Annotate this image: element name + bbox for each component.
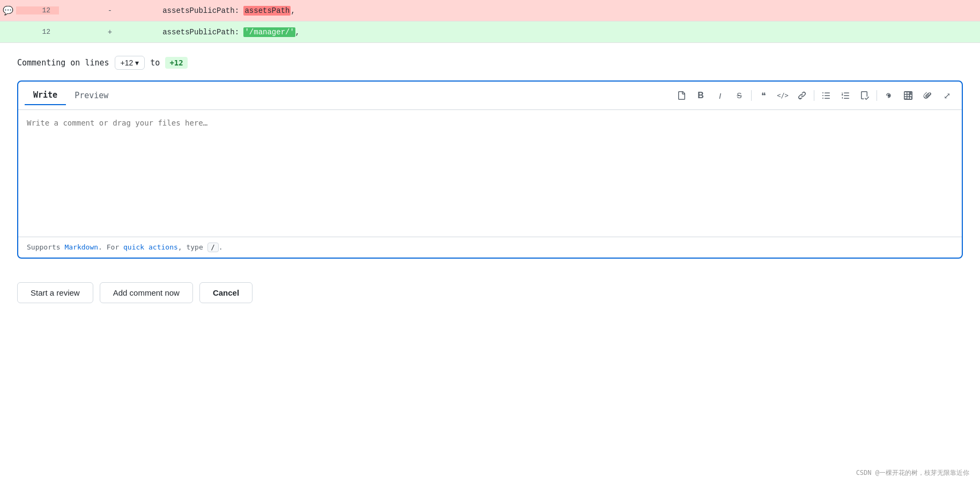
link-btn[interactable] xyxy=(793,87,811,104)
editor-body[interactable] xyxy=(18,110,962,237)
tab-preview[interactable]: Preview xyxy=(66,86,117,105)
fullscreen-btn[interactable]: ⤢ xyxy=(938,87,955,104)
removed-highlight: assetsPath xyxy=(243,6,291,16)
commenting-label: Commenting on lines xyxy=(17,58,109,68)
end-line-badge: +12 xyxy=(165,57,187,69)
action-buttons: Start a review Add comment now Cancel xyxy=(0,272,980,314)
add-comment-button[interactable]: Add comment now xyxy=(100,282,193,303)
line-num-old-empty: 12 xyxy=(16,28,59,36)
comment-section: Commenting on lines +12 ▾ to +12 Write P… xyxy=(0,43,980,272)
diff-sign-removed: - xyxy=(102,6,118,15)
editor-toolbar: B I S ❝ </> xyxy=(673,87,955,104)
comment-editor: Write Preview B I S ❝ </> xyxy=(17,80,963,259)
toolbar-divider-1 xyxy=(751,90,752,101)
quick-actions-link[interactable]: quick actions xyxy=(123,243,178,251)
comment-textarea[interactable] xyxy=(27,119,953,226)
file-icon-btn[interactable] xyxy=(673,87,690,104)
to-label: to xyxy=(150,58,160,68)
diff-line-added: 12 + assetsPublicPath: '/manager/', xyxy=(0,21,980,43)
diff-code-removed: assetsPublicPath: assetsPath, xyxy=(118,2,980,19)
task-list-btn[interactable] xyxy=(856,87,873,104)
diff-code-added: assetsPublicPath: '/manager/', xyxy=(118,24,980,41)
diff-container: 💬 12 - assetsPublicPath: assetsPath, 12 … xyxy=(0,0,980,43)
strikethrough-btn[interactable]: S xyxy=(731,87,748,104)
editor-footer: Supports Markdown. For quick actions, ty… xyxy=(18,237,962,258)
slash-key: / xyxy=(207,243,219,252)
comment-bubble-icon: 💬 xyxy=(0,5,16,16)
chevron-down-icon: ▾ xyxy=(135,58,139,67)
toolbar-divider-2 xyxy=(814,90,814,101)
line-num-old: 12 xyxy=(16,6,59,14)
toolbar-divider-3 xyxy=(877,90,877,101)
quote-btn[interactable]: ❝ xyxy=(755,87,772,104)
tab-write[interactable]: Write xyxy=(25,86,66,105)
diff-sign-added: + xyxy=(102,28,118,36)
dropdown-value: +12 xyxy=(121,58,133,67)
mention-btn[interactable] xyxy=(880,87,897,104)
commenting-on-lines-bar: Commenting on lines +12 ▾ to +12 xyxy=(17,56,963,70)
diff-line-removed: 💬 12 - assetsPublicPath: assetsPath, xyxy=(0,0,980,21)
editor-header: Write Preview B I S ❝ </> xyxy=(18,82,962,110)
table-btn[interactable] xyxy=(900,87,917,104)
cancel-button[interactable]: Cancel xyxy=(199,282,253,303)
watermark-text: CSDN @一棵开花的树，枝芽无限靠近你 xyxy=(856,468,969,478)
type-label: , type xyxy=(178,243,207,251)
unordered-list-btn[interactable] xyxy=(818,87,835,104)
for-label: . For xyxy=(98,243,123,251)
period-label: . xyxy=(219,243,223,251)
bold-btn[interactable]: B xyxy=(692,87,709,104)
code-btn[interactable]: </> xyxy=(774,87,791,104)
italic-btn[interactable]: I xyxy=(711,87,729,104)
supports-label: Supports xyxy=(27,243,64,251)
added-highlight: '/manager/' xyxy=(243,27,295,37)
markdown-link[interactable]: Markdown xyxy=(64,243,98,251)
ordered-list-btn[interactable] xyxy=(837,87,854,104)
line-range-dropdown[interactable]: +12 ▾ xyxy=(115,56,145,70)
start-review-button[interactable]: Start a review xyxy=(17,282,93,303)
attach-file-btn[interactable] xyxy=(919,87,936,104)
